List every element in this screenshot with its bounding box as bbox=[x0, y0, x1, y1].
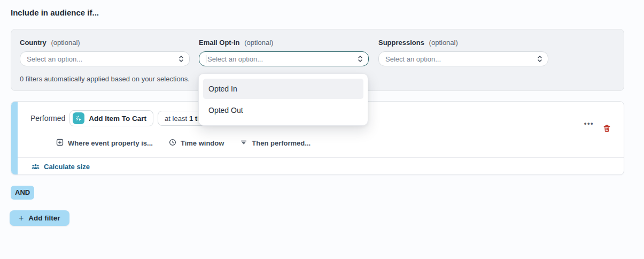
add-filter-button[interactable]: + Add filter bbox=[10, 210, 69, 226]
cursor-click-icon bbox=[73, 112, 84, 124]
event-select-button[interactable]: Add Item To Cart bbox=[69, 110, 153, 126]
country-field: Country (optional) Select an option... bbox=[20, 39, 190, 66]
suppressions-label-text: Suppressions bbox=[378, 39, 424, 47]
filter-condition-row: Performed Add Item To Cart at least bbox=[30, 110, 212, 126]
calculate-size-label: Calculate size bbox=[44, 163, 90, 171]
time-window-button[interactable]: Time window bbox=[169, 139, 224, 148]
email-optin-label: Email Opt-In (optional) bbox=[199, 39, 369, 47]
email-optin-select[interactable]: Select an option... bbox=[199, 51, 369, 66]
suppressions-label: Suppressions (optional) bbox=[378, 39, 548, 47]
email-optin-optional-tag: (optional) bbox=[244, 39, 273, 47]
country-optional-tag: (optional) bbox=[51, 39, 80, 47]
text-cursor bbox=[206, 55, 206, 63]
filter-refinement-row: Where event property is... Time window bbox=[56, 136, 311, 150]
dropdown-option-opted-out[interactable]: Opted Out bbox=[203, 100, 363, 120]
and-combinator-badge[interactable]: AND bbox=[11, 186, 34, 200]
calculate-size-button[interactable]: Calculate size bbox=[32, 163, 90, 171]
plus-icon: + bbox=[19, 214, 24, 223]
count-prefix: at least bbox=[165, 115, 187, 123]
then-performed-button[interactable]: Then performed... bbox=[240, 139, 311, 148]
audience-builder-screen: Include in audience if... Country (optio… bbox=[0, 0, 644, 259]
email-optin-label-text: Email Opt-In bbox=[199, 39, 240, 47]
filter-accent-bar bbox=[11, 102, 18, 174]
plus-square-icon bbox=[56, 139, 64, 148]
email-optin-dropdown-menu: Opted In Opted Out bbox=[198, 73, 368, 126]
country-select-placeholder: Select an option... bbox=[27, 55, 174, 63]
suppressions-optional-tag: (optional) bbox=[429, 39, 458, 47]
event-button-label: Add Item To Cart bbox=[89, 115, 146, 123]
calculate-size-row: Calculate size bbox=[32, 158, 90, 175]
suppressions-select-placeholder: Select an option... bbox=[385, 55, 533, 63]
more-options-button[interactable]: ••• bbox=[584, 119, 594, 127]
page-title: Include in audience if... bbox=[11, 8, 99, 17]
email-optin-field: Email Opt-In (optional) Select an option… bbox=[199, 39, 369, 66]
suppressions-field: Suppressions (optional) Select an option… bbox=[378, 39, 548, 66]
audience-icon bbox=[32, 163, 40, 170]
add-filter-label: Add filter bbox=[28, 214, 60, 222]
filter-lines-icon bbox=[240, 139, 247, 148]
country-label: Country (optional) bbox=[20, 39, 190, 47]
country-label-text: Country bbox=[20, 39, 46, 47]
suppressions-select[interactable]: Select an option... bbox=[378, 51, 548, 66]
delete-filter-button[interactable] bbox=[603, 124, 611, 133]
email-optin-select-placeholder: Select an option... bbox=[207, 55, 353, 63]
performed-label: Performed bbox=[30, 114, 65, 123]
auto-filters-note: 0 filters automatically applied based on… bbox=[20, 75, 190, 83]
then-performed-label: Then performed... bbox=[252, 139, 311, 147]
chevron-updown-icon bbox=[358, 55, 363, 63]
country-select[interactable]: Select an option... bbox=[20, 51, 190, 66]
dropdown-option-opted-in[interactable]: Opted In bbox=[203, 79, 363, 99]
where-event-property-label: Where event property is... bbox=[68, 139, 153, 147]
where-event-property-button[interactable]: Where event property is... bbox=[56, 139, 153, 148]
chevron-updown-icon bbox=[537, 55, 542, 63]
card-divider bbox=[18, 157, 624, 158]
time-window-label: Time window bbox=[181, 139, 224, 147]
trash-icon bbox=[603, 126, 611, 134]
chevron-updown-icon bbox=[179, 55, 184, 63]
clock-icon bbox=[169, 139, 176, 148]
